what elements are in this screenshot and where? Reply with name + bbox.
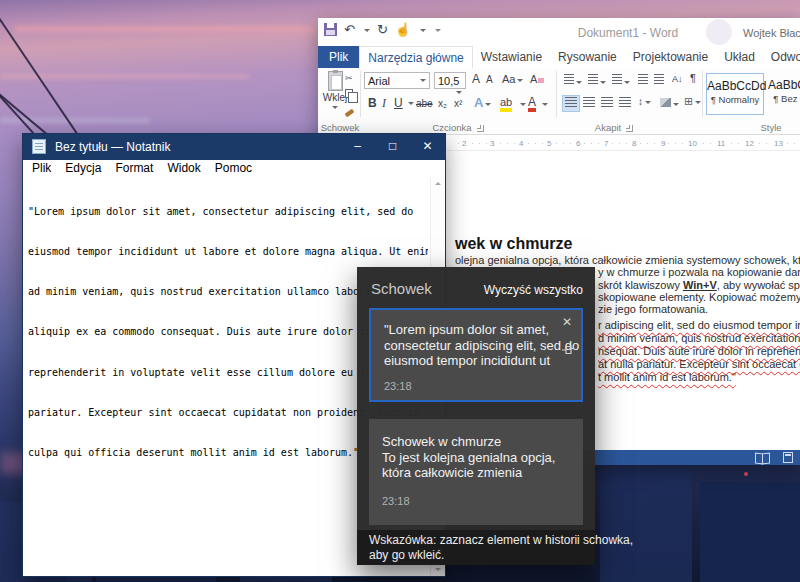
clear-formatting-button[interactable]: A	[530, 74, 544, 85]
document-text-line-misspelled: nsequat. Duis aute irure dolor in repreh…	[598, 345, 800, 357]
line-spacing-button[interactable]: ↕	[638, 97, 651, 107]
bullets-dropdown-icon[interactable]	[576, 81, 582, 87]
notepad-text-line: eiusmod tempor incididunt ut labore et d…	[28, 245, 428, 258]
change-case-button[interactable]: Aa	[502, 74, 523, 85]
italic-button[interactable]: I	[382, 97, 386, 109]
bold-button[interactable]: B	[368, 97, 377, 109]
format-painter-button[interactable]	[345, 106, 354, 117]
menu-pomoc[interactable]: Pomoc	[208, 160, 259, 177]
format-painter-icon	[345, 109, 355, 117]
group-label-style: Style	[741, 122, 800, 133]
strikethrough-button[interactable]: abe	[416, 99, 433, 109]
undo-icon[interactable]: ↶	[344, 23, 355, 36]
touch-mode-icon[interactable]: ☝	[395, 23, 411, 36]
font-color-button[interactable]: A	[528, 96, 536, 112]
style-normalny-card[interactable]: AaBbCcDd ¶ Normalny	[706, 73, 764, 115]
show-formatting-button[interactable]: ¶	[690, 73, 696, 84]
align-left-button[interactable]	[563, 96, 579, 111]
line-spacing-icon: ↕	[638, 96, 643, 107]
undo-dropdown-icon[interactable]	[364, 29, 370, 35]
touch-mode-dropdown-icon[interactable]	[420, 29, 426, 35]
font-color-label: A	[528, 95, 536, 109]
scrollbar-down-icon[interactable]	[435, 568, 441, 571]
paste-dropdown-icon[interactable]	[332, 106, 338, 112]
borders-button[interactable]: ⊞	[684, 96, 701, 107]
align-right-button[interactable]	[601, 97, 613, 110]
close-button[interactable]: ✕	[410, 134, 445, 160]
tab-wstawianie[interactable]: Wstawianie	[473, 46, 550, 68]
shrink-font-button[interactable]: A	[486, 75, 493, 85]
text-effects-dropdown-icon[interactable]	[485, 103, 491, 109]
copy-button[interactable]	[345, 89, 353, 100]
clear-all-button[interactable]: Wyczyść wszystko	[484, 283, 583, 297]
scrollbar-up-icon[interactable]	[435, 182, 441, 185]
sort-button[interactable]: A↓	[672, 75, 683, 84]
clipboard-item[interactable]: Schowek w chmurze To jest kolejna genial…	[369, 419, 583, 525]
underline-button[interactable]: U	[394, 97, 403, 109]
document-text-line: skrót klawiszowy Win+V, aby wywołać spec…	[598, 279, 800, 291]
style-bez-odstepow-card[interactable]: AaBbCcDd ¶ Bez odst.	[768, 73, 800, 115]
superscript-button[interactable]: x²	[454, 99, 462, 109]
grow-font-button[interactable]: A	[472, 73, 480, 85]
change-case-dropdown-icon[interactable]	[517, 79, 523, 85]
tab-projektowanie[interactable]: Projektowanie	[625, 46, 716, 68]
maximize-button[interactable]: □	[375, 134, 410, 160]
account-name[interactable]: Wojtek Błach	[743, 27, 800, 39]
ribbon-tab-bar: Plik Narzędzia główne Wstawianie Rysowan…	[318, 46, 800, 68]
group-separator	[360, 71, 361, 117]
borders-dropdown-icon[interactable]	[695, 101, 701, 107]
font-size-dropdown-icon[interactable]	[456, 91, 462, 97]
text-effects-label: A	[474, 95, 483, 110]
justify-button[interactable]	[619, 97, 631, 110]
read-mode-icon[interactable]	[755, 453, 769, 462]
increase-indent-button[interactable]	[654, 74, 664, 87]
font-color-dropdown-icon[interactable]	[542, 103, 548, 109]
line-spacing-dropdown-icon[interactable]	[645, 101, 651, 107]
tab-rysowanie[interactable]: Rysowanie	[550, 46, 625, 68]
delete-item-icon[interactable]: ✕	[562, 316, 572, 328]
shading-dropdown-icon[interactable]	[673, 103, 679, 109]
tab-uklad[interactable]: Układ	[716, 46, 763, 68]
align-center-button[interactable]	[583, 97, 595, 110]
bullets-button[interactable]	[564, 74, 582, 87]
font-name-combobox[interactable]: Arial	[364, 72, 430, 89]
minimize-button[interactable]: –	[340, 134, 375, 160]
menu-edycja[interactable]: Edycja	[58, 160, 108, 177]
ruler-number: 5	[545, 139, 553, 148]
font-name-dropdown-icon[interactable]	[420, 79, 426, 85]
underline-dropdown-icon[interactable]	[408, 102, 414, 108]
decrease-indent-button[interactable]	[638, 74, 648, 87]
menu-format[interactable]: Format	[108, 160, 160, 177]
document-heading: wek w chmurze	[455, 235, 572, 253]
text-effects-button[interactable]: A	[474, 96, 491, 109]
wallpaper-light	[744, 472, 748, 476]
highlight-button[interactable]: ab	[500, 97, 512, 112]
print-layout-icon[interactable]	[783, 452, 793, 463]
shading-button[interactable]	[660, 98, 679, 109]
menu-widok[interactable]: Widok	[160, 160, 207, 177]
pin-icon[interactable]	[561, 342, 575, 360]
font-size-combobox[interactable]: 10,5	[434, 72, 466, 89]
cut-button[interactable]: ✂	[345, 74, 353, 83]
menu-plik[interactable]: Plik	[25, 160, 58, 177]
redo-icon[interactable]: ↻	[377, 23, 388, 36]
subscript-button[interactable]: x₂	[438, 99, 447, 109]
numbering-button[interactable]	[588, 74, 606, 87]
tab-narzedzia-glowne[interactable]: Narzędzia główne	[359, 46, 472, 68]
dialog-launcher-icon[interactable]	[626, 125, 633, 132]
multilevel-list-button[interactable]	[612, 74, 630, 87]
dialog-launcher-icon[interactable]	[477, 125, 484, 132]
numbered-list-icon	[588, 74, 598, 85]
multilevel-dropdown-icon[interactable]	[624, 81, 630, 87]
clipboard-item-selected[interactable]: "Lorem ipsum dolor sit amet, consectetur…	[369, 308, 583, 402]
qat-customize-icon[interactable]	[435, 29, 441, 35]
tab-plik[interactable]: Plik	[318, 46, 359, 68]
numbering-dropdown-icon[interactable]	[600, 81, 606, 87]
document-text-line: zie jego formatowania.	[598, 303, 708, 315]
bullet-list-icon	[564, 74, 574, 85]
paste-label: Wklej	[323, 92, 347, 103]
highlight-dropdown-icon[interactable]	[520, 103, 526, 109]
tab-odwolania[interactable]: Odwołania	[763, 46, 800, 68]
save-icon[interactable]	[324, 23, 337, 36]
borders-icon: ⊞	[684, 95, 693, 107]
